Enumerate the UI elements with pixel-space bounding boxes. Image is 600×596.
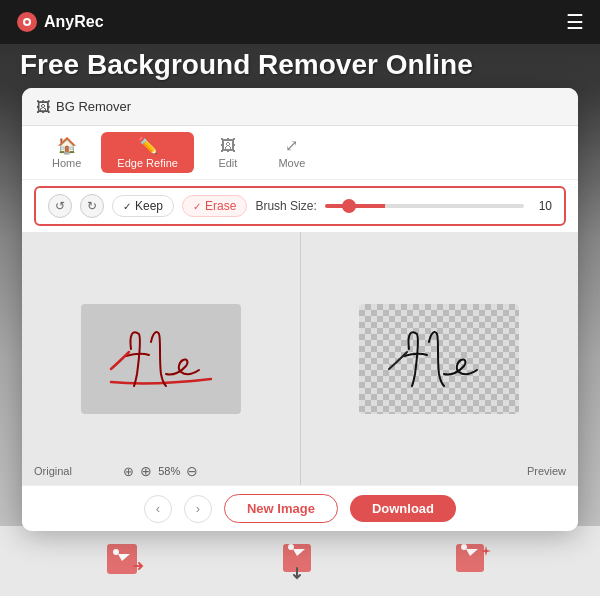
toolbar-tabs: 🏠 Home ✏️ Edge Refine 🖼 Edit ⤢ Move: [22, 126, 578, 180]
tab-move-label: Move: [278, 157, 305, 169]
brush-size-label: Brush Size:: [255, 199, 316, 213]
keep-label: Keep: [135, 199, 163, 213]
tab-edge-refine-label: Edge Refine: [117, 157, 178, 169]
svg-point-6: [288, 544, 294, 550]
copy-icon[interactable]: ⊕: [123, 464, 134, 479]
svg-point-8: [461, 544, 467, 550]
tab-home[interactable]: 🏠 Home: [36, 132, 97, 173]
modal-header-title: BG Remover: [56, 99, 131, 114]
tab-home-label: Home: [52, 157, 81, 169]
svg-rect-7: [456, 544, 484, 572]
bg-remove-icon-2: [275, 536, 325, 586]
next-button[interactable]: ›: [184, 495, 212, 523]
keep-button[interactable]: ✓ Keep: [112, 195, 174, 217]
redo-button[interactable]: ↻: [80, 194, 104, 218]
download-button[interactable]: Download: [350, 495, 456, 522]
page-title-area: Free Background Remover Online: [20, 50, 473, 81]
top-navigation: AnyRec ☰: [0, 0, 600, 44]
original-signature-svg: [91, 314, 231, 404]
page-title: Free Background Remover Online: [20, 50, 473, 81]
original-image-box: [81, 304, 241, 414]
edge-refine-icon: ✏️: [138, 136, 158, 155]
canvas-area: Original ⊕ ⊕ 58% ⊖: [22, 232, 578, 485]
home-icon: 🏠: [57, 136, 77, 155]
bg-remove-icon-3: [448, 536, 498, 586]
bottom-icon-1: [102, 536, 152, 586]
original-label: Original: [34, 465, 72, 477]
logo-icon: [16, 11, 38, 33]
bottom-icons-area: [0, 526, 600, 596]
action-bar: ‹ › New Image Download: [22, 485, 578, 531]
prev-button[interactable]: ‹: [144, 495, 172, 523]
new-image-button[interactable]: New Image: [224, 494, 338, 523]
zoom-controls: ⊕ ⊕ 58% ⊖: [123, 463, 198, 479]
keep-check-icon: ✓: [123, 201, 131, 212]
erase-button[interactable]: ✓ Erase: [182, 195, 247, 217]
tab-edit-label: Edit: [218, 157, 237, 169]
move-icon: ⤢: [285, 136, 298, 155]
logo-area: AnyRec: [16, 11, 104, 33]
preview-panel: Preview: [301, 232, 579, 485]
tab-move[interactable]: ⤢ Move: [262, 132, 322, 173]
preview-label: Preview: [527, 465, 566, 477]
hamburger-menu-icon[interactable]: ☰: [566, 10, 584, 34]
modal-header-icon: 🖼: [36, 99, 50, 115]
tab-edit[interactable]: 🖼 Edit: [198, 133, 258, 173]
svg-point-2: [25, 20, 29, 24]
preview-image-box: [359, 304, 519, 414]
original-panel: Original ⊕ ⊕ 58% ⊖: [22, 232, 301, 485]
erase-label: Erase: [205, 199, 236, 213]
brush-size-value: 10: [532, 199, 552, 213]
logo-text: AnyRec: [44, 13, 104, 31]
brush-slider-container: [325, 204, 524, 208]
preview-signature-svg: [369, 314, 509, 404]
zoom-in-button[interactable]: ⊕: [140, 463, 152, 479]
edit-icon: 🖼: [220, 137, 236, 155]
brush-size-slider[interactable]: [325, 204, 524, 208]
erase-check-icon: ✓: [193, 201, 201, 212]
brush-toolbar: ↺ ↻ ✓ Keep ✓ Erase Brush Size: 10: [34, 186, 566, 226]
svg-point-4: [113, 549, 119, 555]
modal-header: 🖼 BG Remover: [22, 88, 578, 126]
bottom-icon-3: [448, 536, 498, 586]
zoom-value: 58%: [158, 465, 180, 477]
bg-remove-icon-1: [102, 536, 152, 586]
zoom-out-button[interactable]: ⊖: [186, 463, 198, 479]
bg-remover-modal: 🖼 BG Remover 🏠 Home ✏️ Edge Refine 🖼 Edi…: [22, 88, 578, 531]
bottom-icon-2: [275, 536, 325, 586]
tab-edge-refine[interactable]: ✏️ Edge Refine: [101, 132, 194, 173]
undo-button[interactable]: ↺: [48, 194, 72, 218]
